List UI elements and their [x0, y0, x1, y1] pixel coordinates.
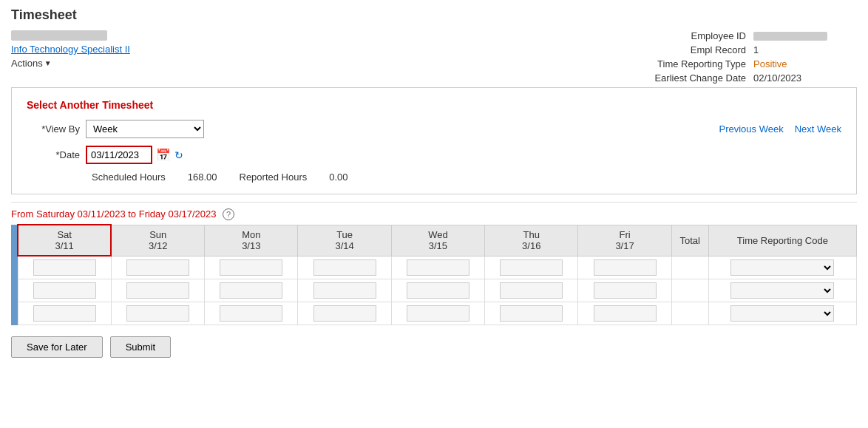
page-title: Timesheet: [11, 7, 857, 23]
input-row1-sat[interactable]: [33, 259, 96, 276]
date-input[interactable]: [86, 146, 152, 164]
submit-button[interactable]: Submit: [110, 336, 171, 358]
row2-fri: [578, 279, 671, 302]
trc-select-row3[interactable]: [730, 305, 834, 322]
date-range-bar: From Saturday 03/11/2023 to Friday 03/17…: [11, 202, 857, 224]
previous-week-link[interactable]: Previous Week: [719, 123, 783, 135]
row2-total: [671, 279, 708, 302]
col-sun: Sun3/12: [111, 225, 204, 256]
trc-select-row1[interactable]: [730, 259, 834, 276]
input-row3-sun[interactable]: [126, 305, 189, 322]
col-mon: Mon3/13: [205, 225, 298, 256]
refresh-icon[interactable]: ↻: [174, 149, 183, 161]
side-marker-cell: [11, 256, 18, 279]
row1-total: [671, 256, 708, 279]
row2-sat: [18, 279, 111, 302]
input-row2-tue[interactable]: [313, 282, 376, 299]
input-row2-sat[interactable]: [33, 282, 96, 299]
input-row2-fri[interactable]: [594, 282, 657, 299]
actions-label: Actions: [11, 58, 43, 69]
view-by-select[interactable]: Week Day Month: [86, 120, 204, 138]
row1-tue: [298, 256, 391, 279]
row2-thu: [485, 279, 578, 302]
row1-sat: [18, 256, 111, 279]
row3-wed: [391, 302, 484, 325]
col-wed: Wed3/15: [391, 225, 484, 256]
input-row1-wed[interactable]: [407, 259, 469, 276]
side-marker-cell: [11, 279, 18, 302]
row3-mon: [205, 302, 298, 325]
actions-arrow-icon: ▼: [44, 59, 52, 67]
empl-record-label: Empl Record: [628, 44, 746, 55]
row1-trc: [708, 256, 856, 279]
row2-sun: [111, 279, 204, 302]
input-row2-wed[interactable]: [407, 282, 469, 299]
next-week-link[interactable]: Next Week: [795, 123, 841, 135]
reported-hours-value: 0.00: [329, 171, 347, 183]
row2-mon: [205, 279, 298, 302]
date-label: *Date: [27, 149, 86, 160]
input-row1-tue[interactable]: [313, 259, 376, 276]
employee-id-label: Employee ID: [628, 30, 746, 41]
select-timesheet-title: Select Another Timesheet: [27, 99, 841, 111]
col-total: Total: [671, 225, 708, 256]
side-marker-header: [11, 225, 18, 256]
row2-trc: [708, 279, 856, 302]
input-row2-sun[interactable]: [126, 282, 189, 299]
col-fri: Fri3/17: [578, 225, 671, 256]
job-title-link[interactable]: Info Technology Specialist II: [11, 44, 130, 55]
row3-sun: [111, 302, 204, 325]
col-thu: Thu3/16: [485, 225, 578, 256]
row1-fri: [578, 256, 671, 279]
col-tue: Tue3/14: [298, 225, 391, 256]
row2-wed: [391, 279, 484, 302]
row1-wed: [391, 256, 484, 279]
trc-select-row2[interactable]: [730, 282, 834, 299]
row3-thu: [485, 302, 578, 325]
input-row2-mon[interactable]: [220, 282, 282, 299]
date-input-wrapper: 📅 ↻: [86, 146, 183, 164]
table-row: [11, 279, 857, 302]
view-by-label: *View By: [27, 123, 86, 135]
input-row1-mon[interactable]: [220, 259, 282, 276]
input-row3-wed[interactable]: [407, 305, 469, 322]
save-for-later-button[interactable]: Save for Later: [11, 336, 103, 358]
input-row3-sat[interactable]: [33, 305, 96, 322]
row3-total: [671, 302, 708, 325]
earliest-change-date-value: 02/10/2023: [753, 72, 801, 84]
col-sat: Sat3/11: [18, 225, 111, 256]
calendar-icon[interactable]: 📅: [156, 148, 171, 162]
input-row1-fri[interactable]: [594, 259, 657, 276]
input-row1-sun[interactable]: [126, 259, 189, 276]
row3-sat: [18, 302, 111, 325]
input-row3-tue[interactable]: [313, 305, 376, 322]
scheduled-hours-value: 168.00: [188, 171, 217, 183]
date-range-text: From Saturday 03/11/2023 to Friday 03/17…: [11, 208, 217, 220]
input-row1-thu[interactable]: [500, 259, 563, 276]
table-row: [11, 256, 857, 279]
time-reporting-type-label: Time Reporting Type: [628, 58, 746, 69]
row3-trc: [708, 302, 856, 325]
input-row2-thu[interactable]: [500, 282, 563, 299]
time-reporting-type-value: Positive: [753, 58, 787, 69]
row2-tue: [298, 279, 391, 302]
input-row3-fri[interactable]: [594, 305, 657, 322]
row3-fri: [578, 302, 671, 325]
scheduled-hours-label: Scheduled Hours: [92, 171, 166, 183]
input-row3-thu[interactable]: [500, 305, 563, 322]
empl-record-value: 1: [753, 44, 759, 55]
input-row3-mon[interactable]: [220, 305, 282, 322]
col-trc: Time Reporting Code: [708, 225, 856, 256]
row1-sun: [111, 256, 204, 279]
reported-hours-label: Reported Hours: [240, 171, 308, 183]
timesheet-grid: Sat3/11 Sun3/12 Mon3/13 Tue3/14 Wed3/15 …: [11, 224, 857, 325]
actions-dropdown[interactable]: Actions ▼: [11, 58, 130, 69]
table-row: [11, 302, 857, 325]
help-icon[interactable]: ?: [223, 208, 234, 220]
row1-mon: [205, 256, 298, 279]
employee-id-value: [753, 32, 827, 41]
employee-name-bar: [11, 30, 107, 41]
earliest-change-date-label: Earliest Change Date: [628, 72, 746, 84]
footer-buttons: Save for Later Submit: [11, 336, 857, 365]
row1-thu: [485, 256, 578, 279]
